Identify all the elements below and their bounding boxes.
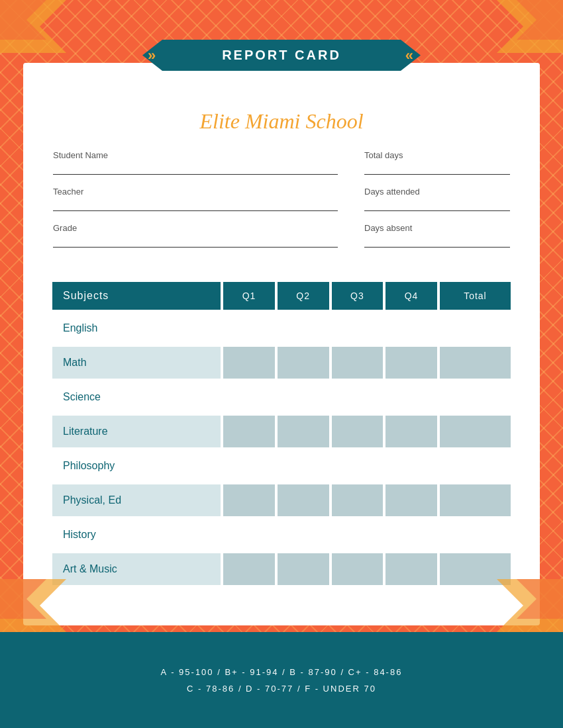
subject-cell: Literature [52,416,221,447]
grade-cell[interactable] [385,553,437,585]
table-header-row: Subjects Q1 Q2 Q3 Q4 Total [52,282,511,310]
grade-cell[interactable] [440,347,511,379]
teacher-field: Teacher [53,187,338,211]
grade-cell[interactable] [440,519,511,551]
total-days-label: Total days [364,150,510,160]
total-days-line[interactable] [364,164,510,175]
grade-cell[interactable] [278,553,329,585]
subject-cell: English [52,312,221,344]
svg-marker-3 [517,0,563,40]
grade-cell[interactable] [440,381,511,413]
student-name-line[interactable] [53,164,338,175]
grade-cell[interactable] [440,553,511,585]
grade-cell[interactable] [223,519,275,551]
school-name: Elite Miami School [50,109,513,134]
report-card-label: REPORT CARD [222,48,341,62]
svg-marker-2 [497,0,563,53]
footer-bar: A - 95-100 / B+ - 91-94 / B - 87-90 / C+… [0,632,563,728]
col-q2: Q2 [278,282,329,310]
student-name-field: Student Name [53,150,338,175]
grading-scale-line1: A - 95-100 / B+ - 91-94 / B - 87-90 / C+… [161,667,403,677]
days-absent-label: Days absent [364,223,510,233]
subject-cell: Art & Music [52,553,221,585]
grade-cell[interactable] [385,450,437,482]
grade-cell[interactable] [223,416,275,447]
grade-cell[interactable] [278,416,329,447]
grade-cell[interactable] [278,519,329,551]
days-attended-line[interactable] [364,201,510,211]
grade-cell[interactable] [385,416,437,447]
days-absent-field: Days absent [364,223,510,248]
grade-line[interactable] [53,237,338,248]
col-subjects: Subjects [52,282,221,310]
grade-cell[interactable] [332,381,384,413]
grade-cell[interactable] [332,519,384,551]
grade-field: Grade [53,223,338,248]
total-days-field: Total days [364,150,510,175]
corner-decor-tr [497,0,563,53]
col-total: Total [440,282,511,310]
banner-container: REPORT CARD [142,40,421,71]
table-row: Science [52,381,511,413]
table-row: Philosophy [52,450,511,482]
table-row: English [52,312,511,344]
grade-cell[interactable] [440,450,511,482]
grade-cell[interactable] [440,484,511,516]
report-card-banner: REPORT CARD [142,40,421,71]
info-section: Student Name Teacher Grade Total days Da… [50,150,513,259]
grade-cell[interactable] [223,450,275,482]
grade-cell[interactable] [385,484,437,516]
grade-cell[interactable] [332,416,384,447]
subject-cell: Physical, Ed [52,484,221,516]
col-q1: Q1 [223,282,275,310]
table-row: Physical, Ed [52,484,511,516]
grade-cell[interactable] [223,381,275,413]
grade-cell[interactable] [332,347,384,379]
grade-cell[interactable] [332,484,384,516]
col-q3: Q3 [332,282,384,310]
subject-cell: History [52,519,221,551]
grade-cell[interactable] [385,519,437,551]
grade-cell[interactable] [223,312,275,344]
student-name-label: Student Name [53,150,338,160]
days-absent-line[interactable] [364,237,510,248]
grade-label: Grade [53,223,338,233]
col-q4: Q4 [385,282,437,310]
teacher-line[interactable] [53,201,338,211]
subject-cell: Philosophy [52,450,221,482]
grade-cell[interactable] [385,347,437,379]
corner-decor-tl [0,0,66,53]
grade-cell[interactable] [223,347,275,379]
grade-cell[interactable] [332,553,384,585]
grade-cell[interactable] [385,312,437,344]
grade-cell[interactable] [440,312,511,344]
teacher-label: Teacher [53,187,338,197]
grade-cell[interactable] [332,312,384,344]
grade-cell[interactable] [278,312,329,344]
grade-cell[interactable] [223,484,275,516]
info-right: Total days Days attended Days absent [364,150,510,259]
grade-cell[interactable] [385,381,437,413]
grade-cell[interactable] [278,381,329,413]
svg-marker-1 [0,0,46,40]
days-attended-label: Days attended [364,187,510,197]
table-row: Art & Music [52,553,511,585]
grade-cell[interactable] [332,450,384,482]
info-left: Student Name Teacher Grade [53,150,364,259]
grading-scale-line2: C - 78-86 / D - 70-77 / F - UNDER 70 [187,684,376,694]
grades-table: Subjects Q1 Q2 Q3 Q4 Total EnglishMathSc… [50,279,513,588]
grade-cell[interactable] [278,484,329,516]
subject-cell: Math [52,347,221,379]
days-attended-field: Days attended [364,187,510,211]
grade-cell[interactable] [223,553,275,585]
main-card: Elite Miami School Student Name Teacher … [23,63,540,625]
subject-cell: Science [52,381,221,413]
grade-cell[interactable] [278,347,329,379]
grade-cell[interactable] [278,450,329,482]
table-row: History [52,519,511,551]
table-row: Math [52,347,511,379]
table-row: Literature [52,416,511,447]
svg-marker-0 [0,0,66,53]
grade-cell[interactable] [440,416,511,447]
